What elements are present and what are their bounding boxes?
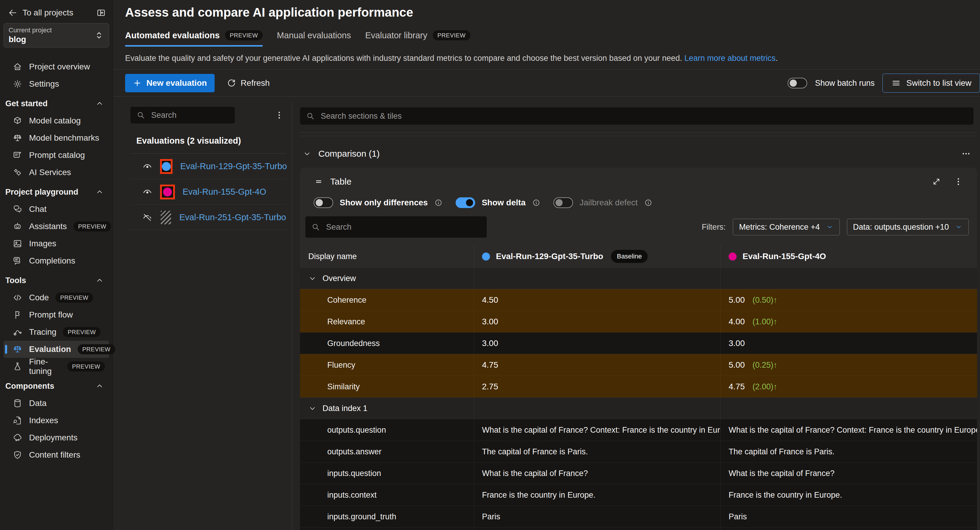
learn-more-link[interactable]: Learn more about metrics: [684, 54, 776, 62]
sidebar-section-components[interactable]: Components: [0, 377, 113, 395]
sidebar-item-code[interactable]: CodePREVIEW: [3, 289, 109, 306]
cube-icon: [13, 116, 22, 126]
expand-icon[interactable]: [931, 177, 942, 187]
sidebar-item-indexes[interactable]: Indexes: [3, 412, 109, 429]
project-name: blog: [9, 35, 94, 44]
evaluations-more-button[interactable]: [272, 108, 286, 122]
table-header-row: Display name Eval-Run-129-Gpt-35-Turbo B…: [300, 246, 977, 267]
baseline-value-cell: 3.00: [474, 332, 720, 354]
tile-more-button[interactable]: [953, 177, 963, 187]
sidebar-item-fine-tuning[interactable]: Fine-tuningPREVIEW: [3, 358, 109, 375]
show-delta-toggle[interactable]: [456, 197, 475, 208]
jailbreak-defect-toggle[interactable]: [554, 197, 573, 208]
scales-icon: [13, 344, 22, 354]
comparison-board: Comparison (1) Table Show only differenc…: [292, 101, 980, 530]
candidate-value: What is the capital of France? Context: …: [729, 426, 977, 435]
sidebar-item-label: Assistants: [29, 222, 67, 231]
new-evaluation-button[interactable]: New evaluation: [125, 74, 215, 92]
candidate-run-header: Eval-Run-155-Gpt-4O: [720, 246, 977, 267]
plus-icon: [133, 79, 142, 88]
back-to-projects[interactable]: To all projects: [0, 0, 113, 18]
sidebar-section-get-started[interactable]: Get started: [0, 95, 113, 112]
sidebar-item-chat[interactable]: Chat: [3, 201, 109, 218]
eye-icon[interactable]: [142, 187, 153, 197]
candidate-value: 3.00: [729, 338, 745, 348]
eye-off-icon[interactable]: [142, 212, 153, 223]
flow-icon: [13, 310, 22, 320]
sidebar-nav: Project overviewSettingsGet startedModel…: [0, 48, 113, 463]
chevron-down-icon: [308, 404, 317, 412]
sidebar-item-images[interactable]: Images: [3, 235, 109, 252]
preview-badge: PREVIEW: [78, 344, 115, 354]
metrics-filter-dropdown[interactable]: Metrics: Coherence +4: [733, 219, 840, 235]
sections-search[interactable]: [300, 107, 974, 125]
data-filter-dropdown[interactable]: Data: outputs.question +10: [847, 219, 969, 235]
info-icon[interactable]: [644, 198, 652, 207]
baseline-value: France is the country in Europe.: [482, 490, 595, 500]
sidebar-item-model-catalog[interactable]: Model catalog: [3, 112, 109, 129]
sidebar-item-tracing[interactable]: TracingPREVIEW: [3, 324, 109, 341]
run-color-swatch[interactable]: [160, 185, 175, 200]
run-name-link[interactable]: Eval-Run-155-Gpt-4O: [183, 187, 266, 197]
sidebar-item-prompt-flow[interactable]: Prompt flow: [3, 306, 109, 324]
sidebar-item-evaluation[interactable]: EvaluationPREVIEW: [3, 341, 109, 358]
collapse-panel-icon[interactable]: [96, 8, 106, 18]
project-selector[interactable]: Current project blog: [3, 23, 109, 48]
sidebar-item-data[interactable]: Data: [3, 395, 109, 412]
search-icon: [311, 223, 320, 231]
baseline-value: 4.50: [482, 295, 498, 305]
eye-icon[interactable]: [142, 161, 153, 171]
sidebar-item-completions[interactable]: Completions: [3, 252, 109, 270]
run-name-link[interactable]: Eval-Run-129-Gpt-35-Turbo: [180, 161, 287, 171]
run-name-link[interactable]: Eval-Run-251-Gpt-35-Turbo: [179, 212, 286, 222]
sidebar-item-content-filters[interactable]: Content filters: [3, 446, 109, 463]
run-hidden-swatch[interactable]: [161, 211, 171, 224]
sidebar-section-project-playground[interactable]: Project playground: [0, 184, 113, 201]
sidebar-item-project-overview[interactable]: Project overview: [3, 58, 109, 75]
chevron-up-icon: [95, 99, 104, 108]
sidebar-section-tools[interactable]: Tools: [0, 272, 113, 289]
candidate-value-cell: The capital of France is Paris.: [720, 441, 977, 462]
switch-to-list-view-button[interactable]: Switch to list view: [883, 73, 980, 93]
database-icon: [13, 398, 22, 408]
sidebar-item-label: Tracing: [29, 327, 56, 337]
empty-cell: [720, 398, 977, 419]
sidebar-item-deployments[interactable]: Deployments: [3, 429, 109, 446]
table-search-input[interactable]: [326, 222, 481, 232]
baseline-value-cell: 3.00: [474, 311, 720, 332]
image-icon: [13, 239, 22, 249]
candidate-value: 5.00: [729, 295, 745, 305]
show-only-differences-label: Show only differences: [340, 198, 428, 208]
preview-badge: PREVIEW: [225, 30, 262, 40]
evaluations-search[interactable]: [130, 107, 235, 123]
candidate-value-cell: 5.00(0.50)↑: [720, 289, 977, 311]
section-header-cell[interactable]: Overview: [300, 267, 474, 289]
sections-search-input[interactable]: [320, 111, 967, 121]
prompt-icon: [13, 150, 22, 160]
chevron-down-icon[interactable]: [303, 150, 311, 158]
refresh-button[interactable]: Refresh: [226, 78, 270, 88]
table-search[interactable]: [305, 216, 487, 238]
table-row: inputs.contextFrance is the country in E…: [300, 484, 977, 506]
show-batch-runs-toggle[interactable]: [788, 78, 807, 88]
evaluations-search-input[interactable]: [151, 110, 229, 120]
sidebar-item-prompt-catalog[interactable]: Prompt catalog: [3, 147, 109, 164]
sidebar-item-label: Images: [29, 239, 56, 248]
list-view-icon: [891, 78, 901, 88]
drag-grip-icon[interactable]: [313, 177, 324, 187]
section-header-cell[interactable]: Data index 1: [300, 398, 474, 419]
tab-manual-evaluations[interactable]: Manual evaluations: [277, 30, 351, 46]
tab-automated-evaluations[interactable]: Automated evaluations PREVIEW: [125, 30, 262, 46]
run-color-swatch[interactable]: [160, 159, 172, 174]
sidebar-item-model-benchmarks[interactable]: Model benchmarks: [3, 129, 109, 147]
show-only-differences-toggle[interactable]: [313, 197, 333, 208]
sidebar-item-assistants[interactable]: AssistantsPREVIEW: [3, 218, 109, 235]
sidebar-item-settings[interactable]: Settings: [3, 75, 109, 93]
comparison-more-button[interactable]: [959, 147, 973, 161]
preview-badge: PREVIEW: [67, 361, 105, 372]
tab-evaluator-library[interactable]: Evaluator library PREVIEW: [365, 30, 471, 46]
evaluations-heading: Evaluations (2 visualized): [136, 136, 286, 146]
info-icon[interactable]: [532, 198, 540, 207]
info-icon[interactable]: [434, 198, 442, 207]
sidebar-item-ai-services[interactable]: AI Services: [3, 164, 109, 181]
